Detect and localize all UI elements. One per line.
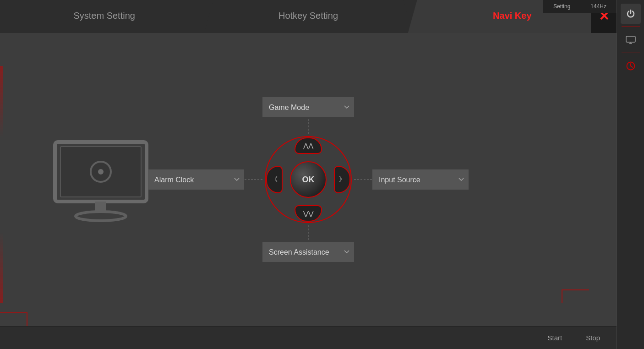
setting-label: Setting [553, 3, 570, 10]
screen-assistance-dropdown[interactable]: Screen Assistance Game Mode Input Source… [262, 242, 354, 262]
ok-button[interactable]: OK [290, 161, 327, 198]
top-right-bar: Setting 144Hz [543, 0, 617, 13]
content-area: Game Mode FPS RTS RPG ⋀⋀ ⋁⋁ [0, 33, 617, 326]
up-arrow-icon: ⋀⋀ [303, 142, 313, 149]
stop-button[interactable]: Stop [579, 331, 607, 344]
input-source-dropdown[interactable]: Input Source Game Mode Alarm Clock Scree… [372, 169, 469, 190]
alarm-clock-dropdown[interactable]: Alarm Clock Game Mode Input Source Scree… [148, 169, 244, 190]
left-arrow-icon: 《 [271, 175, 278, 184]
hz-label: 144Hz [590, 3, 606, 10]
sidebar-divider-2 [622, 53, 640, 53]
main-window: System Setting Hotkey Setting Navi Key ✕ [0, 0, 617, 349]
svg-point-7 [98, 169, 104, 174]
dpad-up-button[interactable]: ⋀⋀ [295, 137, 322, 154]
game-mode-dropdown[interactable]: Game Mode FPS RTS RPG [262, 97, 354, 117]
svg-line-17 [631, 66, 633, 67]
ok-label: OK [302, 175, 315, 185]
svg-point-5 [76, 212, 126, 221]
clock-icon[interactable] [621, 56, 641, 76]
start-button[interactable]: Start [540, 331, 569, 344]
sidebar-divider-1 [622, 27, 640, 27]
monitor-icon[interactable] [621, 30, 641, 50]
corner-decoration-bl [0, 312, 27, 326]
tab-hotkey-setting[interactable]: Hotkey Setting [204, 0, 412, 33]
dropdown-left-container: Alarm Clock Game Mode Input Source Scree… [148, 169, 244, 190]
dpad-left-button[interactable]: 《 [266, 166, 283, 193]
left-edge-accent [0, 66, 3, 303]
monitor-illustration [46, 133, 156, 226]
tab-system-setting[interactable]: System Setting [0, 0, 208, 33]
navi-controller-layout: Game Mode FPS RTS RPG ⋀⋀ ⋁⋁ [148, 93, 469, 267]
down-arrow-icon: ⋁⋁ [303, 210, 313, 217]
dropdown-top-container: Game Mode FPS RTS RPG [262, 97, 354, 117]
dpad-wrapper: ⋀⋀ ⋁⋁ 《 》 OK [262, 134, 354, 225]
tab-bar: System Setting Hotkey Setting Navi Key ✕ [0, 0, 617, 33]
sidebar-divider-3 [622, 79, 640, 79]
dpad-down-button[interactable]: ⋁⋁ [295, 205, 322, 222]
svg-rect-12 [626, 36, 635, 42]
bottom-bar: Start Stop [0, 326, 617, 349]
dpad-right-button[interactable]: 》 [334, 166, 350, 193]
right-arrow-icon: 》 [339, 175, 345, 184]
dropdown-bottom-container: Screen Assistance Game Mode Input Source… [262, 242, 354, 262]
right-sidebar [617, 0, 644, 349]
corner-decoration-br [562, 289, 589, 303]
dropdown-right-container: Input Source Game Mode Alarm Clock Scree… [372, 169, 469, 190]
power-icon[interactable] [621, 4, 641, 24]
svg-rect-4 [95, 202, 106, 211]
